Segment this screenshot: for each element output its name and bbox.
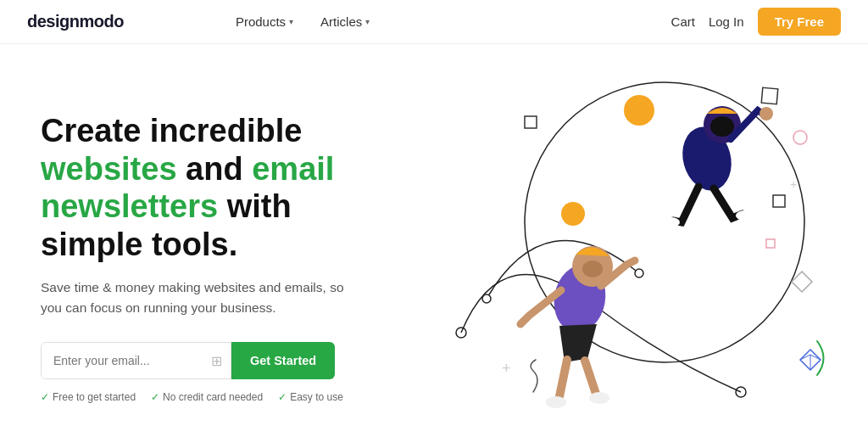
nav-products[interactable]: Products ▾ xyxy=(225,9,303,34)
svg-point-10 xyxy=(760,107,773,120)
hero-subtitle: Save time & money making websites and em… xyxy=(41,277,354,318)
nav-links: Products ▾ Articles ▾ xyxy=(225,9,380,34)
products-label: Products xyxy=(236,14,286,29)
hero-illustration: + + xyxy=(376,44,851,437)
hero-title: Create incredible websites and email new… xyxy=(41,112,397,264)
svg-point-9 xyxy=(710,116,734,137)
nav-articles[interactable]: Articles ▾ xyxy=(310,9,380,34)
illustration-svg: + + xyxy=(376,44,851,437)
hero-title-newsletters: newsletters xyxy=(41,188,218,224)
badge-easy: ✓ Easy to use xyxy=(278,391,343,403)
svg-text:+: + xyxy=(790,177,797,191)
svg-rect-23 xyxy=(766,239,775,248)
check-icon-1: ✓ xyxy=(41,391,49,403)
svg-rect-18 xyxy=(761,87,778,104)
svg-rect-20 xyxy=(773,195,785,207)
get-started-button[interactable]: Get Started xyxy=(231,342,335,379)
svg-point-21 xyxy=(793,131,807,144)
email-form: ⊞ Get Started xyxy=(41,342,397,379)
email-input-wrap: ⊞ xyxy=(41,342,231,379)
svg-point-15 xyxy=(582,261,603,277)
badge-no-card-label: No credit card needed xyxy=(163,391,263,403)
svg-point-3 xyxy=(635,269,643,277)
try-free-button[interactable]: Try Free xyxy=(758,8,841,36)
badge-free-label: Free to get started xyxy=(53,391,136,403)
hero-title-line1: Create incredible xyxy=(41,113,302,148)
svg-rect-19 xyxy=(525,116,537,128)
svg-point-5 xyxy=(624,95,654,126)
svg-point-17 xyxy=(589,392,609,404)
products-chevron-icon: ▾ xyxy=(289,17,293,26)
hero-title-websites: websites xyxy=(41,151,177,187)
hero-section: Create incredible websites and email new… xyxy=(0,44,868,437)
badge-free: ✓ Free to get started xyxy=(41,391,136,403)
hero-title-line4: simple tools. xyxy=(41,227,237,262)
svg-text:+: + xyxy=(502,360,511,377)
email-icon: ⊞ xyxy=(203,353,231,369)
hero-text: Create incredible websites and email new… xyxy=(41,112,397,403)
articles-chevron-icon: ▾ xyxy=(365,17,370,26)
svg-point-4 xyxy=(482,294,491,303)
svg-point-11 xyxy=(663,217,680,227)
check-icon-2: ✓ xyxy=(151,391,159,403)
navbar: designmodo Products ▾ Articles ▾ Cart Lo… xyxy=(0,0,868,44)
hero-title-email: email xyxy=(252,151,334,187)
svg-point-6 xyxy=(561,202,585,226)
logo[interactable]: designmodo xyxy=(27,12,124,31)
check-icon-3: ✓ xyxy=(278,391,287,403)
articles-label: Articles xyxy=(320,14,362,29)
hero-title-and: and xyxy=(177,151,253,187)
svg-point-12 xyxy=(736,210,753,221)
cart-link[interactable]: Cart xyxy=(671,14,695,29)
badge-easy-label: Easy to use xyxy=(290,391,343,403)
nav-right: Cart Log In Try Free xyxy=(671,8,841,36)
hero-title-with: with xyxy=(218,188,292,224)
email-input[interactable] xyxy=(42,343,203,378)
trust-badges: ✓ Free to get started ✓ No credit card n… xyxy=(41,391,397,403)
svg-point-16 xyxy=(546,396,566,408)
badge-no-card: ✓ No credit card needed xyxy=(151,391,263,403)
login-link[interactable]: Log In xyxy=(709,14,744,29)
